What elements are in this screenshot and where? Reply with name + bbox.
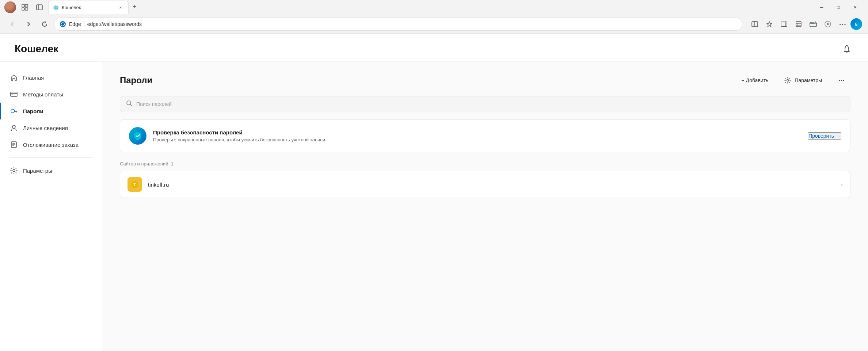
- svg-rect-0: [22, 4, 24, 7]
- page-title: Кошелек: [15, 43, 58, 55]
- settings-action-icon: [784, 77, 792, 84]
- payment-icon: [10, 90, 18, 98]
- svg-point-37: [787, 80, 789, 81]
- sidebar-item-personal[interactable]: Личные сведения: [0, 119, 102, 136]
- page-content: Кошелек: [0, 34, 868, 351]
- browser-frame: 🌐 Кошелек × + ─ □ ✕: [0, 0, 868, 351]
- svg-text:T: T: [133, 182, 136, 187]
- sites-count-label: Сайтов и приложений: 1: [120, 161, 850, 167]
- site-chevron-icon: ›: [841, 181, 843, 188]
- edge-text: Edge: [69, 21, 81, 27]
- site-name-tinkoff: tinkoff.ru: [148, 182, 835, 188]
- tab-title: Кошелек: [62, 5, 114, 10]
- sidebar-item-passwords-label: Пароли: [23, 108, 43, 114]
- minimize-button[interactable]: ─: [813, 1, 830, 13]
- split-screen-button[interactable]: [748, 18, 761, 31]
- search-input[interactable]: [136, 101, 844, 107]
- tab-close-button[interactable]: ×: [117, 4, 124, 11]
- orders-icon: [10, 141, 18, 149]
- sidebar-toggle-button[interactable]: [34, 1, 45, 13]
- tab-favicon: 🌐: [53, 5, 59, 11]
- sidebar-item-home[interactable]: Главная: [0, 69, 102, 86]
- sidebar-item-settings[interactable]: Параметры: [0, 162, 102, 179]
- sidebar-divider: [9, 157, 93, 158]
- settings-button[interactable]: Параметры: [779, 74, 827, 87]
- active-tab[interactable]: 🌐 Кошелек ×: [48, 1, 129, 14]
- svg-rect-24: [11, 92, 17, 96]
- copilot-button[interactable]: [821, 18, 834, 31]
- home-icon: [10, 73, 18, 81]
- sidebar-nav: Главная Методы оплаты: [0, 69, 102, 179]
- address-bar[interactable]: Edge edge://wallet/passwords: [54, 18, 742, 31]
- sidebar-item-passwords[interactable]: Пароли: [0, 103, 102, 119]
- wallet-nav-button[interactable]: [807, 18, 820, 31]
- security-card: Проверка безопасности паролей Проверьте …: [120, 119, 850, 152]
- collections-button[interactable]: [19, 1, 31, 13]
- settings-icon: [10, 167, 18, 175]
- tab-bar: 🌐 Кошелек × +: [48, 1, 810, 14]
- site-favicon-tinkoff: T: [127, 177, 142, 192]
- settings-action-label: Параметры: [795, 77, 822, 83]
- notification-button[interactable]: [840, 42, 853, 56]
- back-button[interactable]: [6, 18, 19, 31]
- security-info: Проверка безопасности паролей Проверьте …: [153, 129, 801, 142]
- security-title: Проверка безопасности паролей: [153, 129, 801, 136]
- address-separator: [84, 21, 84, 27]
- svg-point-21: [827, 23, 829, 25]
- svg-point-36: [13, 169, 15, 172]
- profile-button[interactable]: E: [850, 18, 862, 30]
- main-layout: Главная Методы оплаты: [0, 62, 868, 351]
- sidebar: Главная Методы оплаты: [0, 62, 102, 351]
- sidebar-item-settings-label: Параметры: [23, 168, 52, 174]
- svg-text:E: E: [855, 22, 858, 26]
- add-password-button[interactable]: + Добавить: [736, 75, 773, 86]
- svg-rect-14: [796, 22, 801, 27]
- svg-rect-12: [781, 22, 787, 26]
- svg-rect-4: [37, 5, 42, 10]
- more-options-button[interactable]: ⋯: [833, 73, 850, 87]
- favorites-button[interactable]: [763, 18, 776, 31]
- page-header: Кошелек: [0, 34, 868, 62]
- window-controls: ─ □ ✕: [813, 1, 864, 13]
- security-desc: Проверьте сохраненные пароли, чтобы усил…: [153, 137, 801, 142]
- svg-point-19: [814, 21, 816, 23]
- title-bar: 🌐 Кошелек × + ─ □ ✕: [0, 0, 868, 15]
- nav-tools: ⋯ E: [748, 18, 862, 31]
- svg-rect-1: [25, 4, 28, 7]
- maximize-button[interactable]: □: [830, 1, 847, 13]
- add-label: + Добавить: [741, 77, 768, 83]
- person-icon: [10, 124, 18, 132]
- search-icon: [126, 100, 133, 108]
- svg-rect-2: [22, 8, 24, 10]
- svg-line-39: [130, 104, 132, 106]
- address-text: edge://wallet/passwords: [87, 21, 142, 27]
- content-header: Пароли + Добавить Па: [120, 73, 850, 87]
- nav-bar: Edge edge://wallet/passwords: [0, 15, 868, 34]
- sidebar-item-personal-label: Личные сведения: [23, 125, 68, 131]
- sidebar-item-home-label: Главная: [23, 75, 44, 81]
- forward-button[interactable]: [22, 18, 35, 31]
- verify-button[interactable]: Проверить →: [808, 132, 841, 140]
- more-label: ⋯: [838, 76, 845, 84]
- key-icon: [10, 107, 18, 115]
- content-area: Пароли + Добавить Па: [102, 62, 868, 351]
- refresh-button[interactable]: [38, 18, 51, 31]
- svg-rect-26: [11, 95, 13, 95]
- collections-nav-button[interactable]: [792, 18, 805, 31]
- svg-point-31: [12, 125, 15, 128]
- sidebar-item-orders-label: Отслеживание заказа: [23, 142, 79, 148]
- security-shield-icon: [129, 127, 146, 145]
- profile-avatar[interactable]: [4, 1, 16, 13]
- new-tab-button[interactable]: +: [129, 1, 140, 12]
- search-bar: [120, 96, 850, 112]
- close-button[interactable]: ✕: [847, 1, 864, 13]
- sidebar-item-payment[interactable]: Методы оплаты: [0, 86, 102, 103]
- more-button[interactable]: ⋯: [836, 18, 849, 31]
- edge-logo: [60, 21, 66, 27]
- browser-sidebar-button[interactable]: [777, 18, 791, 31]
- svg-text:🌐: 🌐: [54, 5, 58, 10]
- site-card-tinkoff[interactable]: T tinkoff.ru ›: [120, 171, 850, 198]
- svg-rect-11: [752, 22, 754, 26]
- sidebar-item-orders[interactable]: Отслеживание заказа: [0, 136, 102, 153]
- sidebar-item-payment-label: Методы оплаты: [23, 91, 63, 98]
